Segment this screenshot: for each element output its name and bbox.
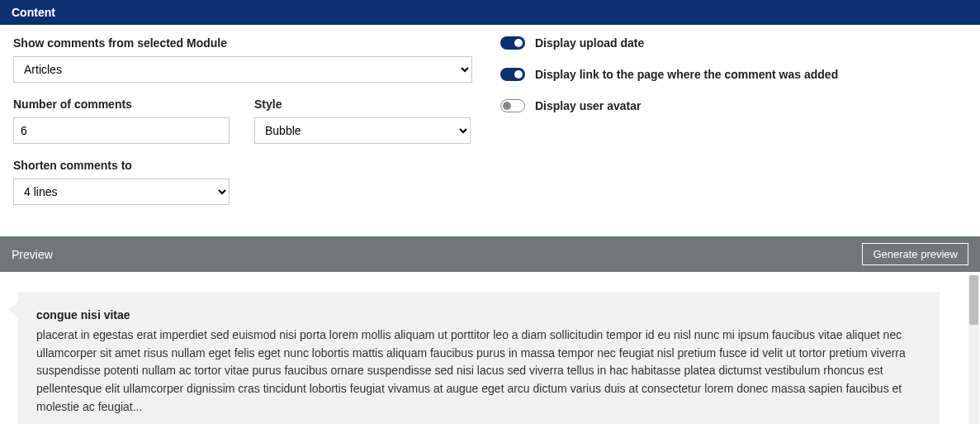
preview-title: Preview [12,248,53,261]
number-input[interactable] [13,117,230,144]
form-area: Show comments from selected Module Artic… [0,25,980,236]
toggle-knob [503,102,511,110]
shorten-label: Shorten comments to [13,159,500,172]
user-avatar-label: Display user avatar [535,99,641,112]
field-row-number-style: Number of comments Style Bubble [13,98,500,144]
toggle-user-avatar[interactable] [500,99,525,112]
toggle-knob [514,39,523,47]
preview-scroll-wrap: congue nisi vitae placerat in egestas er… [0,272,980,424]
field-module: Show comments from selected Module Artic… [13,36,500,83]
field-style: Style Bubble [254,98,471,144]
shorten-select[interactable]: 4 lines [13,179,230,205]
preview-header: Preview Generate preview [0,236,980,272]
comment-text: placerat in egestas erat imperdiet sed e… [36,326,921,416]
toggle-upload-date[interactable] [500,36,525,50]
number-label: Number of comments [13,98,230,111]
toggle-link-page[interactable] [500,68,525,81]
preview-body: congue nisi vitae placerat in egestas er… [0,272,980,424]
comment-bubble: congue nisi vitae placerat in egestas er… [18,292,940,424]
toggle-row-link-page: Display link to the page where the comme… [500,68,967,81]
generate-preview-button[interactable]: Generate preview [862,243,968,265]
field-shorten: Shorten comments to 4 lines [13,159,500,205]
style-select[interactable]: Bubble [254,117,471,144]
panel-title: Content [12,6,55,19]
panel-header: Content [0,0,980,25]
toggle-knob [514,70,523,79]
comment-title: congue nisi vitae [36,308,921,322]
module-label: Show comments from selected Module [13,36,500,50]
toggle-row-user-avatar: Display user avatar [500,99,967,112]
upload-date-label: Display upload date [535,36,644,50]
field-number: Number of comments [13,98,230,144]
link-page-label: Display link to the page where the comme… [535,68,838,81]
form-right-column: Display upload date Display link to the … [500,36,967,220]
module-select[interactable]: Articles [13,56,472,83]
scrollbar-thumb[interactable] [969,275,978,325]
scrollbar[interactable] [968,275,979,424]
form-left-column: Show comments from selected Module Artic… [13,36,500,220]
style-label: Style [254,98,471,111]
toggle-row-upload-date: Display upload date [500,36,967,50]
